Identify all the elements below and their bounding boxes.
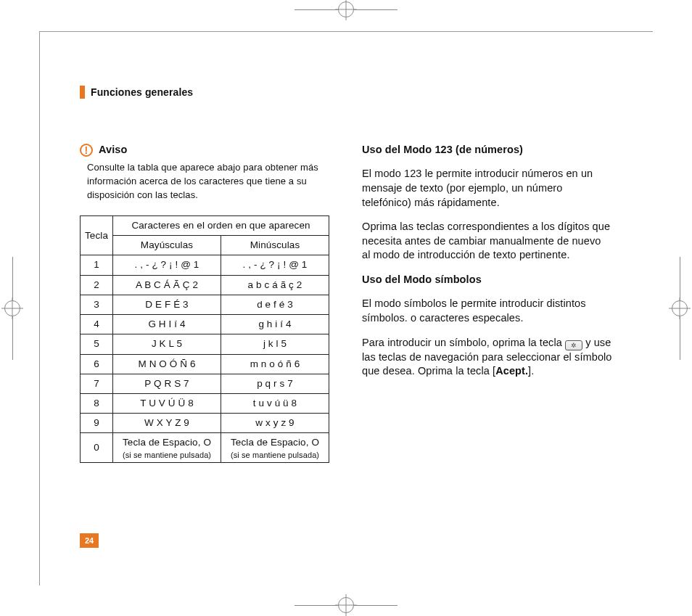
crop-mark-left bbox=[4, 0, 20, 616]
table-row: 9W X Y Z 9w x y z 9 bbox=[81, 414, 329, 433]
table-cell-lower: m n o ó ñ 6 bbox=[221, 354, 329, 374]
table-row: 8T U V Ú Ü 8t u v ú ü 8 bbox=[81, 393, 329, 413]
heading-symbol-mode: Uso del Modo símbolos bbox=[362, 273, 612, 287]
alert-icon: ! bbox=[80, 144, 93, 157]
table-row: 6M N O Ó Ñ 6m n o ó ñ 6 bbox=[81, 354, 329, 374]
table-header-key: Tecla bbox=[81, 215, 113, 255]
table-cell-lower: a b c á ã ç 2 bbox=[221, 275, 329, 295]
paragraph: El modo símbolos le permite introducir d… bbox=[362, 297, 612, 325]
table-cell-key: 9 bbox=[81, 414, 113, 433]
table-row: 7P Q R S 7p q r s 7 bbox=[81, 374, 329, 393]
table-cell-lower: . , - ¿ ? ¡ ! @ 1 bbox=[221, 255, 329, 275]
star-key-icon: ✲ bbox=[565, 340, 582, 350]
table-cell-key: 8 bbox=[81, 393, 113, 413]
crop-mark-right bbox=[672, 0, 688, 616]
table-cell-key: 5 bbox=[81, 334, 113, 354]
table-row: 2A B C Á Ã Ç 2a b c á ã ç 2 bbox=[81, 275, 329, 295]
table-cell-key: 1 bbox=[81, 255, 113, 275]
table-cell-upper: W X Y Z 9 bbox=[113, 414, 221, 433]
table-cell-lower: t u v ú ü 8 bbox=[221, 393, 329, 413]
section-title: Funciones generales bbox=[91, 86, 193, 99]
heading-123-mode: Uso del Modo 123 (de números) bbox=[362, 143, 612, 157]
accept-key-label: Acept. bbox=[495, 365, 528, 377]
table-header-upper: Mayúsculas bbox=[113, 236, 221, 255]
table-cell-key: 6 bbox=[81, 354, 113, 374]
table-cell-lower: g h i í 4 bbox=[221, 315, 329, 334]
table-cell-upper: G H I í 4 bbox=[113, 315, 221, 334]
notice-body: Consulte la tabla que aparece abajo para… bbox=[87, 161, 326, 202]
table-cell-lower: j k l 5 bbox=[221, 334, 329, 354]
right-column: Uso del Modo 123 (de números) El modo 12… bbox=[362, 143, 612, 463]
table-cell-lower: w x y z 9 bbox=[221, 414, 329, 433]
paragraph: El modo 123 le permite introducir número… bbox=[362, 167, 612, 210]
table-row: 1. , - ¿ ? ¡ ! @ 1. , - ¿ ? ¡ ! @ 1 bbox=[81, 255, 329, 275]
left-column: ! Aviso Consulte la tabla que aparece ab… bbox=[80, 143, 330, 463]
table-row: 3D E F É 3d e f é 3 bbox=[81, 295, 329, 314]
table-cell-upper: Tecla de Espacio, O (si se mantiene puls… bbox=[113, 433, 221, 463]
table-row: 4G H I í 4g h i í 4 bbox=[81, 315, 329, 334]
table-row: 5J K L 5j k l 5 bbox=[81, 334, 329, 354]
section-accent-icon bbox=[80, 86, 85, 99]
table-cell-key: 3 bbox=[81, 295, 113, 314]
table-cell-upper: J K L 5 bbox=[113, 334, 221, 354]
notice-label: Aviso bbox=[99, 143, 127, 157]
table-cell-key: 4 bbox=[81, 315, 113, 334]
table-cell-key: 0 bbox=[81, 433, 113, 463]
key-characters-table: Tecla Caracteres en el orden en que apar… bbox=[80, 215, 329, 463]
table-cell-upper: M N O Ó Ñ 6 bbox=[113, 354, 221, 374]
paragraph: Para introducir un símbolo, oprima la te… bbox=[362, 336, 612, 379]
crop-mark-top bbox=[0, 1, 692, 17]
table-cell-upper: A B C Á Ã Ç 2 bbox=[113, 275, 221, 295]
table-cell-upper: D E F É 3 bbox=[113, 295, 221, 314]
table-cell-upper: P Q R S 7 bbox=[113, 374, 221, 393]
table-header-lower: Minúsculas bbox=[221, 236, 329, 255]
table-cell-upper: T U V Ú Ü 8 bbox=[113, 393, 221, 413]
table-cell-key: 2 bbox=[81, 275, 113, 295]
section-header: Funciones generales bbox=[80, 86, 612, 99]
page-content: Funciones generales ! Aviso Consulte la … bbox=[80, 86, 612, 463]
table-cell-lower: d e f é 3 bbox=[221, 295, 329, 314]
page-number: 24 bbox=[80, 533, 99, 548]
table-cell-upper: . , - ¿ ? ¡ ! @ 1 bbox=[113, 255, 221, 275]
paragraph: Oprima las teclas correspondientes a los… bbox=[362, 220, 612, 263]
crop-mark-bottom bbox=[0, 597, 692, 613]
table-cell-lower: Tecla de Espacio, O (si se mantiene puls… bbox=[221, 433, 329, 463]
table-header-group: Caracteres en el orden en que aparecen bbox=[113, 215, 329, 235]
table-cell-key: 7 bbox=[81, 374, 113, 393]
notice-heading: ! Aviso bbox=[80, 143, 330, 157]
table-cell-lower: p q r s 7 bbox=[221, 374, 329, 393]
